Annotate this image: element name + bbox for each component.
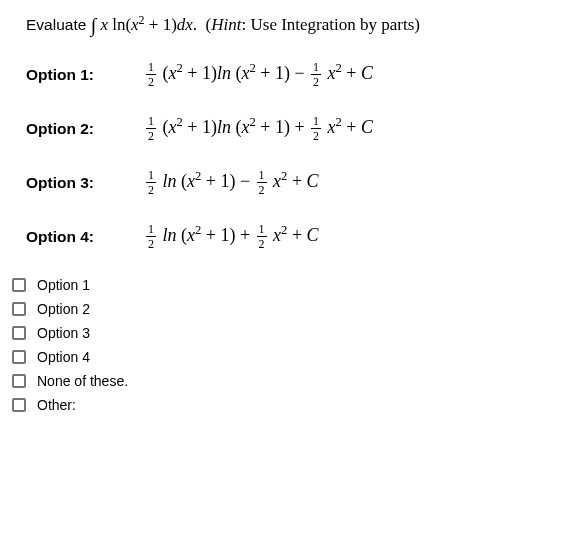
fraction: 12 (146, 115, 156, 142)
checkbox-icon[interactable] (12, 398, 26, 412)
option-3-math: 12 ln (x2 + 1) − 12 x2 + C (144, 169, 319, 196)
option-3-row: Option 3: 12 ln (x2 + 1) − 12 x2 + C (26, 169, 569, 196)
answer-label: Option 1 (37, 277, 90, 293)
question-hint: (Hint: Use Integration by parts) (206, 15, 420, 34)
answer-checkboxes: Option 1 Option 2 Option 3 Option 4 None… (12, 277, 569, 413)
option-4-math: 12 ln (x2 + 1) + 12 x2 + C (144, 223, 319, 250)
answer-label: Option 4 (37, 349, 90, 365)
fraction: 12 (311, 61, 321, 88)
fraction: 12 (146, 169, 156, 196)
answer-row[interactable]: Option 4 (12, 349, 569, 365)
option-3-label: Option 3: (26, 174, 144, 192)
checkbox-icon[interactable] (12, 350, 26, 364)
answer-row[interactable]: Option 2 (12, 301, 569, 317)
option-2-math: 12 (x2 + 1)ln (x2 + 1) + 12 x2 + C (144, 115, 373, 142)
checkbox-icon[interactable] (12, 326, 26, 340)
checkbox-icon[interactable] (12, 302, 26, 316)
option-2-label: Option 2: (26, 120, 144, 138)
option-1-math: 12 (x2 + 1)ln (x2 + 1) − 12 x2 + C (144, 61, 373, 88)
question-text: Evaluate ∫ x ln(x2 + 1)dx. (Hint: Use In… (26, 14, 569, 37)
option-4-label: Option 4: (26, 228, 144, 246)
answer-row[interactable]: Option 3 (12, 325, 569, 341)
fraction: 12 (257, 223, 267, 250)
question-prefix: Evaluate (26, 16, 91, 33)
math-options: Option 1: 12 (x2 + 1)ln (x2 + 1) − 12 x2… (26, 61, 569, 250)
answer-label: Option 2 (37, 301, 90, 317)
checkbox-icon[interactable] (12, 374, 26, 388)
answer-row[interactable]: Other: (12, 397, 569, 413)
answer-label: None of these. (37, 373, 128, 389)
fraction: 12 (311, 115, 321, 142)
fraction: 12 (146, 223, 156, 250)
question-integral: ∫ x ln(x2 + 1)dx. (91, 15, 206, 34)
fraction: 12 (257, 169, 267, 196)
answer-row[interactable]: None of these. (12, 373, 569, 389)
checkbox-icon[interactable] (12, 278, 26, 292)
option-2-row: Option 2: 12 (x2 + 1)ln (x2 + 1) + 12 x2… (26, 115, 569, 142)
option-1-row: Option 1: 12 (x2 + 1)ln (x2 + 1) − 12 x2… (26, 61, 569, 88)
option-4-row: Option 4: 12 ln (x2 + 1) + 12 x2 + C (26, 223, 569, 250)
answer-label: Other: (37, 397, 76, 413)
option-1-label: Option 1: (26, 66, 144, 84)
answer-label: Option 3 (37, 325, 90, 341)
answer-row[interactable]: Option 1 (12, 277, 569, 293)
fraction: 12 (146, 61, 156, 88)
